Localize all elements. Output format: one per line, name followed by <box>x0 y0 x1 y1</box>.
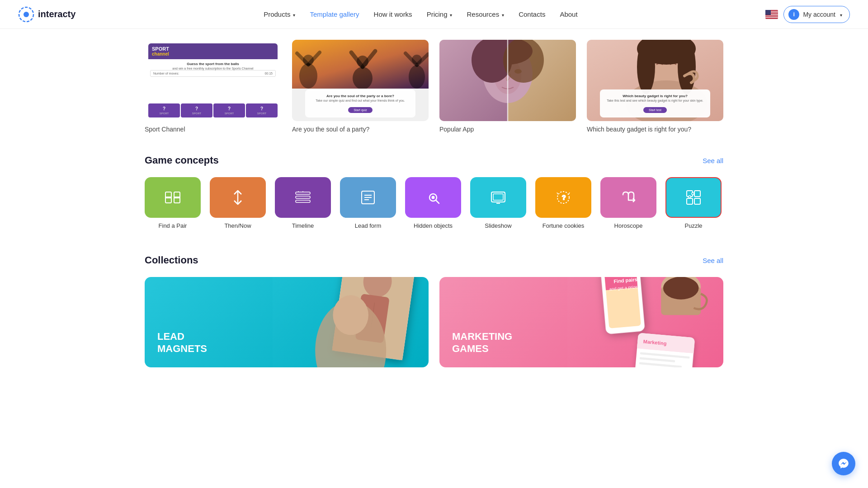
marketing-games-overlay: Find pairs and get a prize! Marketing <box>567 277 723 367</box>
game-concepts-title: Game concepts <box>145 155 219 166</box>
nav-products[interactable]: Products <box>264 10 295 18</box>
find-pair-label: Find a Pair <box>159 222 187 229</box>
sport-channel-card[interactable]: SPORT channel Guess the sport from the b… <box>145 40 281 133</box>
svg-rect-44 <box>296 196 310 198</box>
products-chevron-icon <box>292 10 295 18</box>
sport-timer: Number of moves: 00:15 <box>150 70 276 77</box>
game-concept-hidden-objects[interactable]: Hidden objects <box>405 177 461 229</box>
fortune-cookies-icon-bg: ? <box>535 177 591 218</box>
game-concept-timeline[interactable]: Timeline <box>275 177 331 229</box>
account-icon: i <box>788 9 799 20</box>
sport-answer-4: ?SPORT <box>246 103 278 117</box>
pricing-chevron-icon <box>449 10 452 18</box>
start-quiz-button[interactable]: Start quiz <box>348 107 373 113</box>
sport-header: SPORT channel <box>148 43 278 59</box>
horoscope-icon-bg <box>600 177 656 218</box>
svg-rect-6 <box>765 15 778 16</box>
game-concepts-header: Game concepts See all <box>145 155 723 166</box>
sport-answer-2: ?SPORT <box>181 103 212 117</box>
hidden-objects-label: Hidden objects <box>414 222 453 229</box>
sport-answer-3: ?SPORT <box>213 103 245 117</box>
game-concept-then-now[interactable]: Then/Now <box>210 177 266 229</box>
then-now-icon-bg <box>210 177 266 218</box>
puzzle-label: Puzzle <box>684 222 702 229</box>
slideshow-label: Slideshow <box>485 222 511 229</box>
horoscope-label: Horoscope <box>614 222 643 229</box>
svg-point-14 <box>353 67 373 89</box>
beauty-card-label: Which beauty gadget is right for you? <box>587 126 723 133</box>
marketing-games-card[interactable]: MARKETINGGAMES <box>439 277 723 367</box>
popular-app-label: Popular App <box>439 126 576 133</box>
hidden-objects-icon-bg <box>405 177 461 218</box>
svg-point-13 <box>303 55 314 66</box>
timeline-icon-bg <box>275 177 331 218</box>
main-content: SPORT channel Guess the sport from the b… <box>108 29 760 385</box>
party-overlay: Are you the soul of the party or a bore?… <box>305 89 415 117</box>
lead-magnets-card[interactable]: LEADMAGNETS <box>145 277 429 367</box>
sport-card-label: Sport Channel <box>145 126 281 133</box>
party-card-image: Are you the soul of the party or a bore?… <box>292 40 429 121</box>
nav-contacts[interactable]: Contacts <box>519 10 545 18</box>
resources-chevron-icon <box>501 10 504 18</box>
navigation: interacty Products Template gallery How … <box>0 0 868 29</box>
beauty-card-image: Which beauty gadget is right for you? Ta… <box>587 40 723 121</box>
svg-point-36 <box>637 40 655 94</box>
game-concept-puzzle[interactable]: Puzzle <box>665 177 722 229</box>
collections-see-all[interactable]: See all <box>703 257 723 264</box>
game-concept-fortune-cookies[interactable]: ? Fortune cookies <box>535 177 591 229</box>
my-account-button[interactable]: i My account <box>783 6 850 23</box>
nav-resources[interactable]: Resources <box>467 10 504 18</box>
then-now-label: Then/Now <box>224 222 251 229</box>
party-card-label: Are you the soul of a party? <box>292 126 429 133</box>
svg-point-1 <box>24 12 29 17</box>
svg-point-17 <box>357 56 368 67</box>
collections-header: Collections See all <box>145 254 723 266</box>
nav-template-gallery[interactable]: Template gallery <box>310 10 359 18</box>
party-card[interactable]: Are you the soul of the party or a bore?… <box>292 40 429 133</box>
game-concepts-see-all[interactable]: See all <box>703 157 723 164</box>
beauty-card[interactable]: Which beauty gadget is right for you? Ta… <box>587 40 723 133</box>
account-chevron-icon <box>839 11 842 18</box>
game-concept-slideshow[interactable]: Slideshow <box>470 177 526 229</box>
svg-line-61 <box>569 192 570 194</box>
game-concept-horoscope[interactable]: Horoscope <box>600 177 656 229</box>
svg-rect-64 <box>694 191 700 197</box>
puzzle-icon-bg <box>665 177 722 218</box>
nav-right: i My account <box>765 6 850 23</box>
logo[interactable]: interacty <box>18 6 75 23</box>
svg-rect-66 <box>694 198 700 204</box>
svg-rect-43 <box>296 192 310 194</box>
game-concept-find-pair[interactable]: Find a Pair <box>145 177 201 229</box>
sport-body: Guess the sport from the balls and win a… <box>148 59 278 102</box>
svg-rect-56 <box>493 194 503 200</box>
lead-magnets-title: LEADMAGNETS <box>157 331 207 355</box>
nav-how-it-works[interactable]: How it works <box>374 10 412 18</box>
svg-line-54 <box>436 200 439 203</box>
svg-point-84 <box>663 277 698 300</box>
find-pair-icon-bg <box>145 177 201 218</box>
collections-grid: LEADMAGNETS <box>145 277 723 367</box>
nav-about[interactable]: About <box>560 10 577 18</box>
game-concept-lead-form[interactable]: Lead form <box>340 177 396 229</box>
flag-icon <box>765 10 778 19</box>
svg-point-53 <box>432 197 434 199</box>
lead-form-icon-bg <box>340 177 396 218</box>
svg-point-18 <box>409 65 425 89</box>
svg-point-80 <box>333 295 368 335</box>
people-silhouette <box>292 40 429 89</box>
popular-app-card[interactable]: Popular App <box>439 40 576 133</box>
svg-text:?: ? <box>562 194 566 201</box>
collections-section: Collections See all LEADMAGNETS <box>145 251 723 385</box>
game-concepts-section: Game concepts See all Find a Pair <box>145 147 723 251</box>
nav-pricing[interactable]: Pricing <box>427 10 453 18</box>
sport-answer-1: ?SPORT <box>148 103 180 117</box>
start-test-button[interactable]: Start test <box>643 107 667 113</box>
sport-card-image: SPORT channel Guess the sport from the b… <box>145 40 281 121</box>
game-concepts-grid: Find a Pair Then/Now <box>145 177 723 233</box>
svg-line-60 <box>557 192 558 194</box>
sport-logo: SPORT channel <box>152 46 169 56</box>
popular-app-image <box>439 40 576 121</box>
lead-magnets-overlay: Summer fitness ma... <box>273 277 429 367</box>
svg-point-37 <box>678 40 696 94</box>
svg-point-68 <box>689 196 691 198</box>
